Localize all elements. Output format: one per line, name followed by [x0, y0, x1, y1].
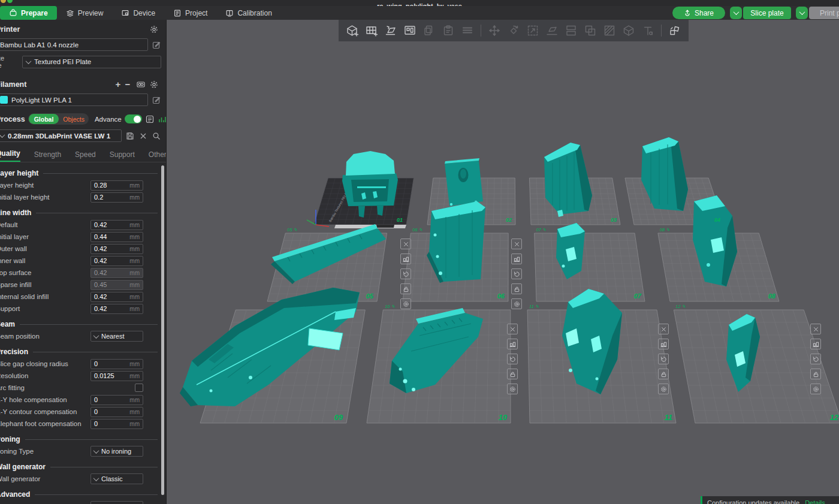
arrange-plate-icon[interactable] [507, 339, 518, 349]
search-icon[interactable] [152, 131, 161, 141]
delete-preset-icon[interactable] [138, 131, 148, 141]
tab-device[interactable]: Device [112, 6, 164, 20]
setting-input[interactable]: 0.2mm [90, 192, 143, 203]
ams-icon[interactable] [136, 80, 146, 89]
plate-type-select[interactable]: Textured PEI Plate [22, 56, 161, 68]
setting-select[interactable]: Classic [90, 473, 143, 484]
lock-plate-icon[interactable] [511, 283, 522, 294]
orient-plate-icon[interactable] [400, 268, 411, 279]
setting-input[interactable]: 0.42mm [90, 256, 143, 266]
arrange-icon[interactable] [402, 23, 418, 38]
plate-name-label-12[interactable]: 12 ✎ [675, 304, 686, 309]
filament-settings-gear-icon[interactable] [149, 80, 159, 89]
plate-name-label-06[interactable]: 06 ✎ [412, 227, 422, 233]
panel-scrollbar[interactable] [161, 165, 164, 495]
setting-select[interactable]: Nearest [90, 331, 143, 342]
tab-others[interactable]: Others [149, 150, 167, 162]
auto-orient-icon[interactable] [383, 23, 399, 38]
setting-input[interactable]: 0.42mm [90, 220, 143, 230]
delete-plate-icon[interactable] [810, 324, 821, 334]
setting-select[interactable]: No ironing [90, 446, 143, 457]
add-icon[interactable] [345, 23, 360, 38]
tab-project[interactable]: Project [164, 6, 216, 20]
lock-plate-icon[interactable] [400, 283, 411, 294]
plate-name-label-08[interactable]: 08 ✎ [660, 227, 670, 233]
setting-input[interactable]: 0.28mm [90, 180, 143, 191]
printer-settings-gear-icon[interactable] [149, 25, 159, 34]
preset-list-icon[interactable] [145, 114, 155, 124]
tab-quality[interactable]: Quality [0, 149, 20, 162]
notification-toast[interactable]: Configuration updates available.Details [701, 496, 839, 504]
share-button[interactable]: Share [672, 7, 725, 19]
toast-details-link[interactable]: Details [805, 499, 825, 504]
arrange-plate-icon[interactable] [658, 339, 669, 349]
plate-settings-icon[interactable] [400, 298, 411, 309]
printer-edit-icon[interactable] [152, 40, 161, 50]
delete-plate-icon[interactable] [400, 239, 411, 249]
advance-toggle[interactable] [125, 114, 142, 123]
print-options-button[interactable] [796, 7, 808, 19]
plate-name-label-05[interactable]: 05 ✎ [287, 227, 297, 233]
tab-preview[interactable]: Preview [57, 6, 113, 20]
tab-speed[interactable]: Speed [75, 150, 96, 162]
setting-input[interactable]: 0mm [90, 407, 143, 417]
add-plate-icon[interactable] [364, 23, 379, 38]
model-wing-skin[interactable] [427, 201, 485, 283]
filament-edit-icon[interactable] [152, 95, 161, 105]
delete-plate-icon[interactable] [511, 239, 522, 249]
setting-value: 0.0125 [94, 372, 114, 379]
lock-plate-icon[interactable] [658, 369, 669, 379]
setting-select[interactable]: outer/inner [90, 501, 143, 504]
assembly-view-icon[interactable] [667, 23, 683, 38]
plate-settings-icon[interactable] [658, 384, 669, 394]
setting-checkbox[interactable] [135, 384, 143, 392]
setting-input[interactable]: 0.42mm [90, 244, 143, 254]
lock-plate-icon[interactable] [810, 369, 821, 379]
remove-filament-button[interactable]: − [123, 80, 132, 89]
print-plate-button[interactable]: Print plate [809, 7, 839, 19]
compare-presets-icon[interactable] [158, 114, 167, 124]
plate-settings-icon[interactable] [507, 384, 518, 394]
setting-input[interactable]: 0mm [90, 359, 143, 369]
arrange-plate-icon[interactable] [810, 339, 821, 349]
orient-plate-icon[interactable] [511, 268, 522, 279]
setting-input[interactable]: 0.42mm [90, 292, 143, 302]
plate-name-label-07[interactable]: 07 ✎ [536, 227, 547, 233]
orient-plate-icon[interactable] [658, 354, 669, 364]
arrange-plate-icon[interactable] [511, 253, 522, 264]
setting-input[interactable]: 0.44mm [90, 232, 143, 242]
setting-input[interactable]: 0mm [90, 395, 143, 405]
tab-calibration[interactable]: Calibration [216, 6, 280, 20]
delete-plate-icon[interactable] [507, 324, 518, 334]
plate-settings-icon[interactable] [810, 384, 821, 394]
tab-support[interactable]: Support [110, 150, 135, 162]
slice-plate-button[interactable]: Slice plate [743, 7, 791, 19]
setting-row: Seam positionNearest [0, 330, 166, 342]
setting-input[interactable]: 0mm [90, 419, 143, 429]
setting-row: Inner wall0.42mm [0, 255, 166, 267]
orient-plate-icon[interactable] [810, 354, 821, 364]
tab-strength[interactable]: Strength [34, 150, 61, 162]
process-scope-switch[interactable]: Global Objects [28, 113, 89, 125]
filament-color-swatch[interactable] [0, 96, 8, 104]
scope-global-pill[interactable]: Global [29, 114, 59, 124]
add-filament-button[interactable]: + [113, 80, 123, 89]
model-panel-piece[interactable] [445, 158, 483, 206]
setting-input[interactable]: 0.42mm [90, 304, 143, 314]
slice-options-button[interactable] [730, 7, 742, 19]
printer-preset-field[interactable]: Bambu Lab A1 0.4 nozzle [0, 38, 148, 51]
arrange-plate-icon[interactable] [400, 253, 411, 264]
setting-row: Default0.42mm [0, 219, 166, 231]
plate-settings-icon[interactable] [511, 298, 522, 309]
delete-plate-icon[interactable] [658, 324, 669, 334]
setting-input[interactable]: 0.0125mm [90, 371, 143, 381]
lock-plate-icon[interactable] [507, 369, 518, 379]
orient-plate-icon[interactable] [507, 354, 518, 364]
tab-prepare[interactable]: Prepare [0, 6, 57, 20]
plate-name-label-11[interactable]: 11 ✎ [529, 304, 539, 309]
process-preset-select[interactable]: 0.28mm 3DLabPrint VASE LW 1 [0, 129, 122, 142]
scope-objects-option[interactable]: Objects [63, 116, 84, 123]
filament-preset-field[interactable]: PolyLight LW PLA 1 [0, 93, 148, 106]
save-preset-icon[interactable] [125, 131, 135, 141]
plate-name-label-10[interactable]: 10 ✎ [385, 304, 395, 309]
